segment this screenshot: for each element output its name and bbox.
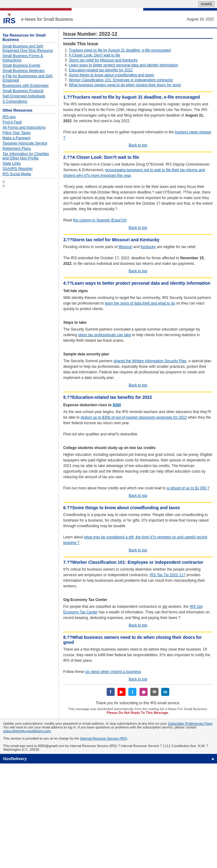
irs-link[interactable]: Internal Revenue Service (IRS) bbox=[80, 737, 127, 740]
back-to-top-link-3[interactable]: Back to top bbox=[129, 269, 147, 273]
sidebar-item-forms[interactable]: Small Business Forms & Instructions bbox=[2, 54, 56, 62]
bottom-footer: Update your subscriptions, modify your p… bbox=[0, 719, 217, 754]
sidebar-section-resources: Tax Resources for Small Business bbox=[2, 33, 56, 43]
toc-link-4[interactable]: Learn ways to better protect personal da… bbox=[69, 63, 178, 67]
kentucky-link[interactable]: Kentucky bbox=[141, 245, 156, 249]
back-to-top-link-4[interactable]: Back to top bbox=[129, 383, 147, 387]
article-5-body: Expense deduction rises to $300 As the n… bbox=[63, 402, 213, 491]
page-header: 🦅 IRS e-News for Small Business August 1… bbox=[0, 10, 217, 28]
sidebar-item-state[interactable]: State Links bbox=[2, 161, 56, 165]
sidebar-item-payment[interactable]: Make a Payment bbox=[2, 136, 56, 140]
back-to-top-link-5[interactable]: Back to top bbox=[129, 493, 147, 498]
back-to-top-2: Back to top bbox=[63, 225, 213, 230]
sidebar-divider bbox=[2, 105, 56, 106]
closer-look-link[interactable]: encouraging taxpayers not to wait to fil… bbox=[63, 168, 205, 178]
linkedin-icon[interactable]: in bbox=[161, 688, 169, 696]
back-to-top-3: Back to top bbox=[63, 269, 213, 273]
content-area: Issue Number: 2022-12 Inside This Issue … bbox=[59, 28, 217, 719]
top-bar: SHARE bbox=[0, 0, 217, 8]
subscriberhelp-link[interactable]: subscriberhelp.govdelivery.com bbox=[3, 729, 51, 733]
sidebar-divider2 bbox=[2, 178, 56, 178]
govdelivery-brand: GovDelivery bbox=[3, 756, 27, 761]
toc-link-8[interactable]: What business owners need to do when clo… bbox=[69, 83, 181, 87]
youtube-icon[interactable]: ▶ bbox=[118, 688, 126, 696]
sidebar-item-retirement[interactable]: Retirement Plans bbox=[2, 146, 56, 151]
toc-item: Truckers need to file by August 31 deadl… bbox=[69, 48, 213, 53]
share-button[interactable]: SHARE bbox=[198, 1, 215, 7]
truckers-link[interactable]: truckers news release ? bbox=[63, 130, 211, 140]
instagram-icon[interactable]: ◉ bbox=[140, 688, 148, 696]
closing-link[interactable]: six steps when closing a business bbox=[85, 670, 141, 674]
footer-msg-text: This message was distributed automatical… bbox=[68, 707, 208, 711]
sidebar-item-charities[interactable]: Tax Information for Charities and Other … bbox=[2, 152, 56, 160]
back-to-top-1: Back to top bbox=[63, 143, 213, 147]
sidebar-item-allforms[interactable]: All Forms and Instructions bbox=[2, 125, 56, 130]
crowdfunding-link[interactable]: what may be considered a gift, the form … bbox=[63, 535, 207, 545]
article-5: 5.??Education-related tax benefits for 2… bbox=[63, 392, 213, 498]
taxtip-link[interactable]: IRS Tax Tip 2022-117 bbox=[150, 573, 185, 577]
art4-subheading-3: Sample data security plan bbox=[63, 351, 213, 357]
issue-number: Issue Number: 2022-12 bbox=[63, 31, 213, 39]
sidebar-item-scorps[interactable]: S Corporations bbox=[2, 99, 56, 103]
back-to-top-6: Back to top bbox=[63, 548, 213, 552]
sidebar-item-efile[interactable]: e-File for Businesses and Self-Employed bbox=[2, 74, 56, 83]
toc-link-6[interactable]: Some things to know about crowdfunding a… bbox=[69, 73, 154, 77]
toc-item: A Closer Look: Don't wait to file bbox=[69, 53, 213, 57]
toc-item: What business owners need to do when clo… bbox=[69, 83, 213, 87]
sidebar-item-selfemployed2[interactable]: Self-Employed Individuals bbox=[2, 94, 56, 98]
toc-link-2[interactable]: A Closer Look: Don't wait to file bbox=[69, 53, 120, 57]
sidebar-question2: ? bbox=[2, 185, 56, 189]
art7-subheading-1: Gig Economy Tax Center bbox=[63, 597, 213, 602]
article-5-title: 5.??Education-related tax benefits for 2… bbox=[63, 395, 213, 400]
article-8-title: 8.??What business owners need to do when… bbox=[63, 635, 213, 645]
sidebar-item-products[interactable]: Small Business Products bbox=[2, 89, 56, 93]
subscriber-prefs-link[interactable]: Subscriber Preferences Page bbox=[168, 722, 212, 725]
sidebar-item-events[interactable]: Small Business Events bbox=[2, 63, 56, 68]
sidebar-item-irsgov[interactable]: IRS.gov bbox=[2, 115, 56, 119]
article-4-body: Tell-tale signs With identity thieves co… bbox=[63, 288, 213, 380]
article-1: 1.??Truckers need to file by August 31 d… bbox=[63, 91, 213, 147]
deduction-link[interactable]: $300 bbox=[113, 403, 121, 407]
sidebar-item-selfemployed[interactable]: Small Business and Self-Employed One-Sto… bbox=[2, 44, 56, 53]
irs-logo-text: IRS bbox=[3, 17, 16, 25]
sidebar-item-ssa[interactable]: SSA/IRS Reporter bbox=[2, 166, 56, 171]
email-icon[interactable]: ✉ bbox=[150, 688, 158, 696]
sidebar-item-employees[interactable]: Businesses with Employees bbox=[2, 84, 56, 88]
art4-subheading-2: Steps to take bbox=[63, 320, 213, 325]
sidebar-item-filing[interactable]: Filing Your Taxes bbox=[2, 130, 56, 135]
back-to-top-link-8[interactable]: Back to top bbox=[129, 677, 147, 681]
missouri-link[interactable]: Missouri bbox=[118, 245, 132, 249]
toc-link-5[interactable]: Education-related tax benefits for 2022 bbox=[69, 68, 133, 72]
back-to-top-link-7[interactable]: Back to top bbox=[129, 623, 147, 627]
twitter-icon[interactable]: t bbox=[128, 688, 136, 696]
article-8-body: There are a few things business owners n… bbox=[63, 647, 213, 675]
steps-link[interactable]: steps tax professionals can take bbox=[78, 333, 131, 337]
sidebar-item-findit[interactable]: Find it Fast! bbox=[2, 120, 56, 124]
back-to-top-7: Back to top bbox=[63, 623, 213, 627]
gig-link[interactable]: IRS Gig Economy Tax Center bbox=[63, 604, 203, 614]
footer-subscriptions: Update your subscriptions, modify your p… bbox=[3, 722, 214, 733]
article-4-title: 4.??Learn ways to better protect persona… bbox=[63, 281, 213, 286]
back-to-top-link-1[interactable]: Back to top bbox=[129, 143, 147, 147]
wisp-link[interactable]: shared the Written Information Security … bbox=[114, 359, 186, 363]
article-2-title: 2.??A Closer Look: Don?t wait to file bbox=[63, 155, 213, 160]
data-theft-link[interactable]: learn the signs of data theft and what t… bbox=[105, 301, 175, 306]
sidebar-item-advocate[interactable]: Taxpayer Advocate Service bbox=[2, 141, 56, 146]
article-1-title: 1.??Truckers need to file by August 31 d… bbox=[63, 95, 213, 99]
sidebar-item-webinars[interactable]: Small Business Webinars bbox=[2, 68, 56, 73]
sidebar-item-socialmedia[interactable]: IRS Social Media bbox=[2, 172, 56, 176]
toc-item: Worker Classification 101: Employee or i… bbox=[69, 78, 213, 82]
toc-link-7[interactable]: Worker Classification 101: Employee or i… bbox=[69, 78, 173, 82]
deduct-link[interactable]: deduct up to $300 of out-of-pocket class… bbox=[81, 415, 187, 420]
sidebar-section-other: Other Resources bbox=[2, 108, 56, 114]
facebook-icon[interactable]: f bbox=[106, 688, 115, 696]
toc-link-3[interactable]: Storm tax relief for Missouri and Kentuc… bbox=[69, 58, 137, 62]
spanish-link[interactable]: the column in Spanish (Espa?ol) bbox=[73, 218, 127, 222]
sidebar-question1: ? bbox=[2, 180, 56, 185]
back-to-top-link-2[interactable]: Back to top bbox=[129, 225, 147, 230]
footer-thanks: Thank you for subscribing to this IRS em… bbox=[63, 701, 213, 705]
toc-link-1[interactable]: Truckers need to file by August 31 deadl… bbox=[69, 48, 171, 53]
refund-link[interactable]: a refund of up to $1,000 ? bbox=[167, 486, 209, 490]
art5-subheading-1: Expense deduction rises to $300 bbox=[63, 402, 213, 408]
back-to-top-link-6[interactable]: Back to top bbox=[129, 548, 147, 552]
